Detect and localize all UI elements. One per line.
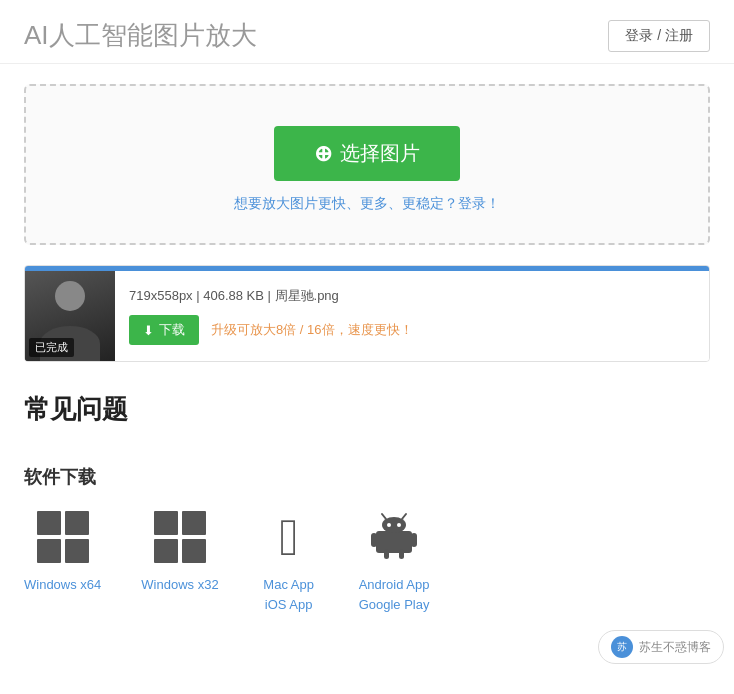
svg-point-6	[387, 523, 391, 527]
faq-title: 常见问题	[24, 392, 710, 427]
android-icon-container	[364, 507, 424, 567]
result-thumbnail: 已完成	[25, 271, 115, 361]
download-icon: ⬇	[143, 323, 154, 338]
windows-icon-2	[154, 511, 206, 563]
software-item-windows-x64[interactable]: Windows x64	[24, 507, 101, 595]
result-actions: ⬇ 下载 升级可放大8倍 / 16倍，速度更快！	[129, 315, 695, 345]
select-image-label: 选择图片	[340, 140, 420, 167]
watermark-text: 苏生不惑博客	[639, 639, 711, 656]
svg-point-7	[397, 523, 401, 527]
svg-rect-2	[411, 533, 417, 547]
header: AI人工智能图片放大 登录 / 注册	[0, 0, 734, 64]
mac-label: Mac AppiOS App	[263, 575, 314, 614]
windows-x32-icon-container	[150, 507, 210, 567]
page-title: AI人工智能图片放大	[24, 18, 257, 53]
download-label: 下载	[159, 321, 185, 339]
result-content: 已完成 719x558px | 406.88 KB | 周星驰.png ⬇ 下载…	[25, 271, 709, 361]
mac-icon-container: 	[259, 507, 319, 567]
login-button[interactable]: 登录 / 注册	[608, 20, 710, 52]
svg-rect-0	[376, 531, 412, 553]
software-item-android[interactable]: Android AppGoogle Play	[359, 507, 430, 614]
software-item-mac[interactable]:  Mac AppiOS App	[259, 507, 319, 614]
upgrade-text: 升级可放大8倍 / 16倍，速度更快！	[211, 321, 413, 339]
windows-icon	[37, 511, 89, 563]
watermark-avatar: 苏	[611, 636, 633, 658]
download-button[interactable]: ⬇ 下载	[129, 315, 199, 345]
file-meta: 719x558px | 406.88 KB | 周星驰.png	[129, 287, 695, 305]
apple-icon: 	[279, 511, 298, 563]
select-image-button[interactable]: ⊕ 选择图片	[274, 126, 460, 181]
plus-icon: ⊕	[314, 143, 332, 165]
android-icon	[368, 511, 420, 563]
software-item-windows-x32[interactable]: Windows x32	[141, 507, 218, 595]
svg-rect-1	[371, 533, 377, 547]
status-badge: 已完成	[29, 338, 74, 357]
android-label: Android AppGoogle Play	[359, 575, 430, 614]
result-info: 719x558px | 406.88 KB | 周星驰.png ⬇ 下载 升级可…	[115, 271, 709, 361]
result-section: 已完成 719x558px | 406.88 KB | 周星驰.png ⬇ 下载…	[24, 265, 710, 362]
svg-line-8	[382, 514, 386, 519]
windows-x64-label: Windows x64	[24, 575, 101, 595]
watermark: 苏 苏生不惑博客	[598, 630, 724, 664]
windows-x32-label: Windows x32	[141, 575, 218, 595]
software-section: 软件下载 Windows x64 Windows x32 	[0, 465, 734, 634]
svg-rect-4	[399, 549, 404, 559]
svg-line-9	[402, 514, 406, 519]
software-grid: Windows x64 Windows x32  Mac AppiOS App	[24, 507, 710, 614]
svg-rect-3	[384, 549, 389, 559]
upload-hint: 想要放大图片更快、更多、更稳定？登录！	[234, 195, 500, 213]
faq-section: 常见问题	[0, 382, 734, 465]
upload-area[interactable]: ⊕ 选择图片 想要放大图片更快、更多、更稳定？登录！	[24, 84, 710, 245]
software-download-title: 软件下载	[24, 465, 710, 489]
result-card: 已完成 719x558px | 406.88 KB | 周星驰.png ⬇ 下载…	[24, 265, 710, 362]
windows-x64-icon-container	[33, 507, 93, 567]
